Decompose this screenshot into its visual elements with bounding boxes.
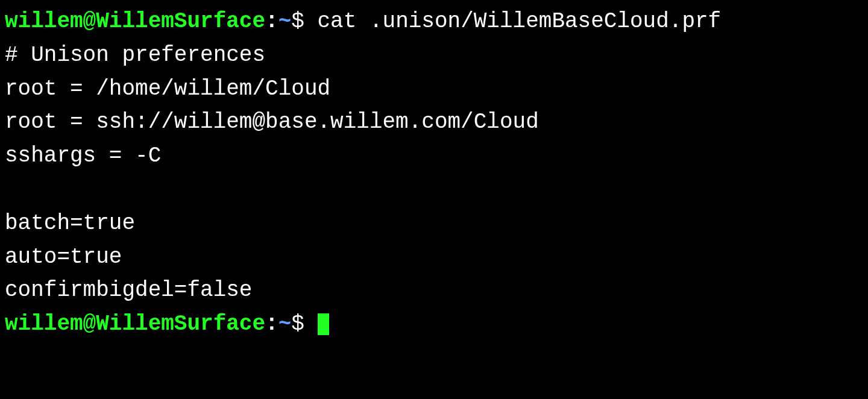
output-line: batch=true (5, 207, 863, 240)
prompt-symbol: $ (291, 9, 317, 34)
prompt-symbol: $ (291, 312, 317, 336)
prompt-line-1: willem@WillemSurface:~$ cat .unison/Will… (5, 5, 863, 39)
output-line (5, 173, 863, 207)
prompt-line-2: willem@WillemSurface:~$ (5, 307, 863, 341)
terminal[interactable]: willem@WillemSurface:~$ cat .unison/Will… (5, 5, 863, 341)
output-line: root = /home/willem/Cloud (5, 72, 863, 106)
output-line: # Unison preferences (5, 39, 863, 72)
output-line: sshargs = -C (5, 139, 863, 173)
cursor-block[interactable] (318, 313, 330, 335)
prompt-colon: : (265, 9, 278, 34)
output-line: auto=true (5, 240, 863, 274)
prompt-path: ~ (278, 9, 292, 34)
output-line: root = ssh://willem@base.willem.com/Clou… (5, 105, 863, 139)
user-host: willem@WillemSurface (5, 312, 265, 336)
prompt-colon: : (265, 312, 278, 336)
output-line: confirmbigdel=false (5, 274, 863, 307)
prompt-path: ~ (278, 312, 292, 336)
user-host: willem@WillemSurface (5, 9, 265, 34)
command-text: cat .unison/WillemBaseCloud.prf (318, 9, 722, 34)
